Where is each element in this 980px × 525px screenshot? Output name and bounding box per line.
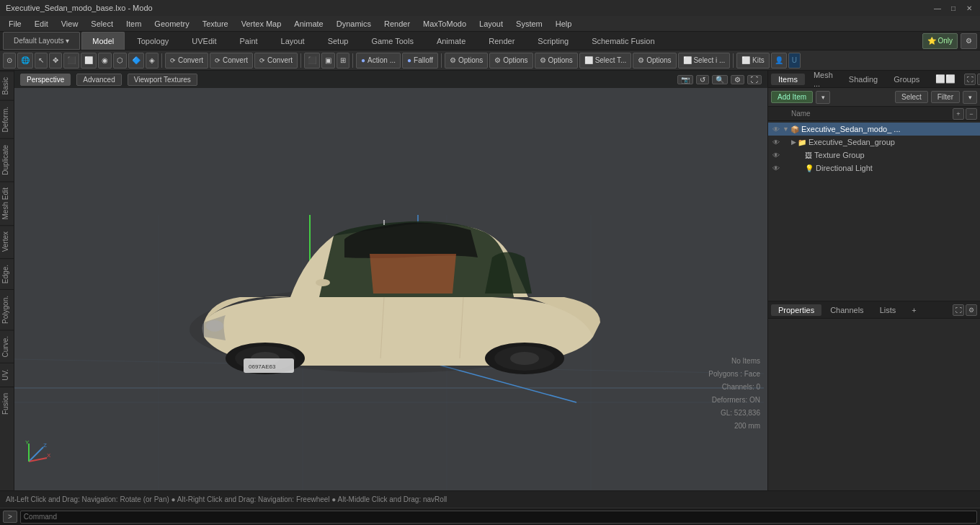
unreal-btn[interactable]: U [788, 53, 801, 69]
sidebar-deform[interactable]: Deform. [0, 100, 14, 138]
tab-properties[interactable]: Properties [771, 304, 821, 316]
tool-btn-9[interactable]: 🔷 [128, 53, 144, 69]
tab-items[interactable]: Items [771, 74, 805, 85]
eye-icon-root[interactable]: 👁 [771, 124, 781, 134]
tab-model[interactable]: Model [81, 32, 125, 50]
only-button[interactable]: ⭐ Only [922, 33, 958, 49]
tool-btn-7[interactable]: ◉ [98, 53, 112, 69]
advanced-btn[interactable]: Advanced [76, 74, 121, 86]
select-t-btn[interactable]: ⬜ Select T... [579, 53, 632, 69]
tool-btn-6[interactable]: ⬜ [81, 53, 97, 69]
sidebar-vertex[interactable]: Vertex [0, 225, 14, 257]
tool-btn-4[interactable]: ✥ [49, 53, 62, 69]
user-btn[interactable]: 👤 [771, 53, 787, 69]
menu-item-view[interactable]: View [55, 18, 84, 30]
viewport[interactable]: Perspective Advanced Viewport Textures 📷… [14, 71, 767, 490]
sidebar-curve[interactable]: Curve. [0, 330, 14, 363]
menu-item-vertex-map[interactable]: Vertex Map [236, 18, 288, 30]
menu-item-file[interactable]: File [3, 18, 27, 30]
options2-btn[interactable]: ⚙ Options [489, 53, 533, 69]
expand-icon[interactable]: ⛶ [747, 75, 762, 84]
tab-more[interactable]: ⬜⬜ [928, 73, 963, 85]
panel-expand-btn[interactable]: ⛶ [964, 74, 976, 85]
menu-item-dynamics[interactable]: Dynamics [331, 18, 377, 30]
layout-dropdown[interactable]: Default Layouts ▾ [3, 32, 80, 50]
close-button[interactable]: ✕ [964, 3, 974, 13]
view2-btn[interactable]: ⊞ [337, 53, 349, 69]
eye-icon-light[interactable]: 👁 [771, 163, 781, 173]
sidebar-basic[interactable]: Basic [0, 71, 14, 100]
eye-icon-texture[interactable]: 👁 [771, 150, 781, 160]
menu-item-animate[interactable]: Animate [288, 18, 329, 30]
sidebar-uv[interactable]: UV. [0, 363, 14, 387]
add-item-dropdown[interactable]: ▾ [816, 91, 830, 104]
options1-btn[interactable]: ⚙ Options [445, 53, 488, 69]
tab-schematic-fusion[interactable]: Schematic Fusion [581, 32, 665, 50]
options3-btn[interactable]: ⚙ Options [535, 53, 578, 69]
command-run-btn[interactable]: > [3, 511, 17, 523]
perspective-btn[interactable]: Perspective [20, 74, 71, 86]
props-expand-btn[interactable]: ⛶ [953, 304, 964, 316]
action-btn[interactable]: ● Action ... [356, 53, 401, 69]
tab-topology[interactable]: Topology [126, 32, 179, 50]
eye-icon-group[interactable]: 👁 [771, 137, 781, 147]
tab-render[interactable]: Render [478, 32, 525, 50]
panel-settings-btn[interactable]: ⚙ [977, 74, 980, 85]
tree-item-root[interactable]: 👁 ▼ 📦 Executive_Sedan_modo_ ... [768, 123, 980, 136]
filter-dropdown[interactable]: ▾ [963, 91, 977, 104]
refresh-icon[interactable]: ↺ [696, 75, 709, 84]
kits-btn[interactable]: ⬜ Kits [736, 53, 769, 69]
tool-btn-8[interactable]: ⬡ [113, 53, 127, 69]
tab-layout[interactable]: Layout [270, 32, 316, 50]
convert-btn-3[interactable]: ⟳ Convert [254, 53, 298, 69]
convert-btn-1[interactable]: ⟳ Convert [165, 53, 208, 69]
items-add-btn[interactable]: + [953, 108, 964, 120]
tool-btn-2[interactable]: 🌐 [17, 53, 33, 69]
minimize-button[interactable]: — [932, 3, 943, 13]
menu-item-item[interactable]: Item [120, 18, 147, 30]
convert-btn-2[interactable]: ⟳ Convert [210, 53, 253, 69]
items-collapse-btn[interactable]: − [966, 108, 977, 120]
settings-button[interactable]: ⚙ [961, 33, 977, 49]
filter-btn[interactable]: Filter [931, 91, 960, 103]
menu-item-geometry[interactable]: Geometry [148, 18, 195, 30]
select-btn[interactable]: Select [895, 91, 928, 103]
menu-item-system[interactable]: System [510, 18, 548, 30]
sidebar-duplicate[interactable]: Duplicate [0, 138, 14, 181]
menu-item-render[interactable]: Render [378, 18, 416, 30]
menu-item-help[interactable]: Help [550, 18, 578, 30]
tool-btn-10[interactable]: ◈ [146, 53, 159, 69]
menu-item-edit[interactable]: Edit [29, 18, 54, 30]
maximize-button[interactable]: □ [948, 3, 958, 13]
tab-game-tools[interactable]: Game Tools [360, 32, 424, 50]
menu-item-maxtomodo[interactable]: MaxToModo [417, 18, 472, 30]
sidebar-edge[interactable]: Edge. [0, 258, 14, 289]
command-input[interactable] [20, 511, 977, 524]
tab-add-prop[interactable]: + [904, 304, 923, 316]
menu-item-layout[interactable]: Layout [473, 18, 509, 30]
tab-groups[interactable]: Groups [886, 74, 927, 85]
tab-scripting[interactable]: Scripting [527, 32, 579, 50]
tab-shading[interactable]: Shading [842, 74, 885, 85]
falloff-btn[interactable]: ● Falloff [402, 53, 438, 69]
view1-btn[interactable]: ▣ [321, 53, 335, 69]
tree-item-group[interactable]: 👁 ▶ 📁 Executive_Sedan_group [768, 136, 980, 149]
options4-btn[interactable]: ⚙ Options [633, 53, 676, 69]
tab-animate[interactable]: Animate [426, 32, 476, 50]
settings-vp-icon[interactable]: ⚙ [731, 75, 744, 84]
select-i-btn[interactable]: ⬜ Select i ... [678, 53, 731, 69]
tool-btn-1[interactable]: ⊙ [3, 53, 16, 69]
sidebar-polygon[interactable]: Polygon. [0, 289, 14, 330]
cube-btn[interactable]: ⬛ [304, 53, 320, 69]
tab-mesh[interactable]: Mesh ... [806, 71, 840, 89]
tab-uvedit[interactable]: UVEdit [181, 32, 227, 50]
camera-icon[interactable]: 📷 [677, 75, 693, 84]
tool-btn-3[interactable]: ↖ [35, 53, 48, 69]
menu-item-texture[interactable]: Texture [197, 18, 234, 30]
sidebar-fusion[interactable]: Fusion [0, 387, 14, 420]
search-icon[interactable]: 🔍 [712, 75, 728, 84]
add-item-button[interactable]: Add Item [771, 91, 813, 103]
tab-setup[interactable]: Setup [317, 32, 360, 50]
tree-item-light[interactable]: 👁 💡 Directional Light [768, 162, 980, 175]
tab-paint[interactable]: Paint [229, 32, 269, 50]
